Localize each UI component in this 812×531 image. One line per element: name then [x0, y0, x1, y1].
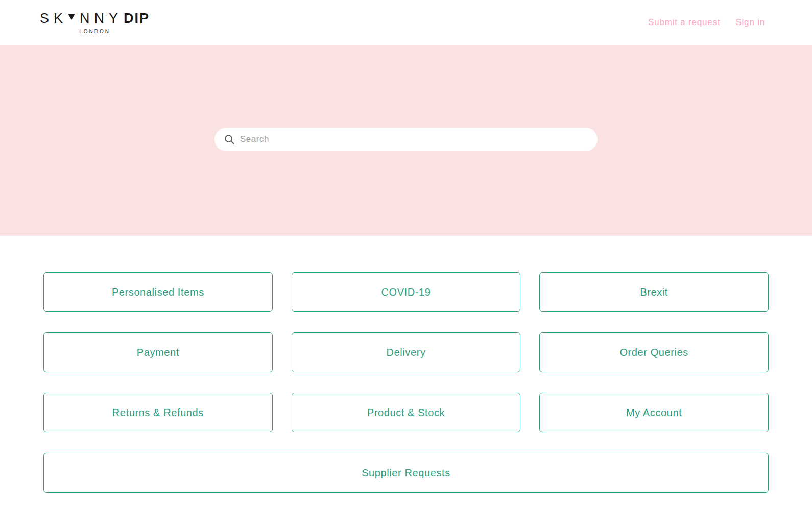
category-my-account[interactable]: My Account — [539, 393, 769, 432]
brand-logo[interactable]: SK NNY DIP LONDON — [40, 11, 150, 34]
category-personalised-items[interactable]: Personalised Items — [43, 272, 273, 312]
category-returns-refunds[interactable]: Returns & Refunds — [43, 393, 273, 432]
category-product-stock[interactable]: Product & Stock — [292, 393, 521, 432]
category-covid-19[interactable]: COVID-19 — [292, 272, 521, 312]
header-nav: Submit a request Sign in — [648, 17, 765, 28]
logo-triangle-icon — [68, 14, 75, 20]
category-order-queries[interactable]: Order Queries — [539, 332, 769, 372]
header: SK NNY DIP LONDON Submit a request Sign … — [0, 0, 812, 45]
category-supplier-requests[interactable]: Supplier Requests — [43, 453, 769, 493]
nav-link-sign-in[interactable]: Sign in — [735, 17, 765, 28]
category-grid: Personalised Items COVID-19 Brexit Payme… — [43, 272, 769, 530]
brand-logo-wordmark: SK NNY DIP — [40, 11, 150, 27]
search-bar[interactable] — [214, 128, 598, 151]
category-delivery[interactable]: Delivery — [292, 332, 521, 372]
logo-text-part1: SK — [40, 11, 67, 27]
category-payment[interactable]: Payment — [43, 332, 273, 372]
category-brexit[interactable]: Brexit — [539, 272, 769, 312]
logo-text-part2: NNY — [80, 11, 123, 27]
logo-text-bold: DIP — [124, 11, 150, 27]
search-icon — [224, 134, 235, 145]
nav-link-submit-request[interactable]: Submit a request — [648, 17, 720, 28]
logo-subtitle: LONDON — [40, 29, 150, 34]
search-input[interactable] — [240, 134, 587, 144]
hero-banner — [0, 45, 812, 236]
